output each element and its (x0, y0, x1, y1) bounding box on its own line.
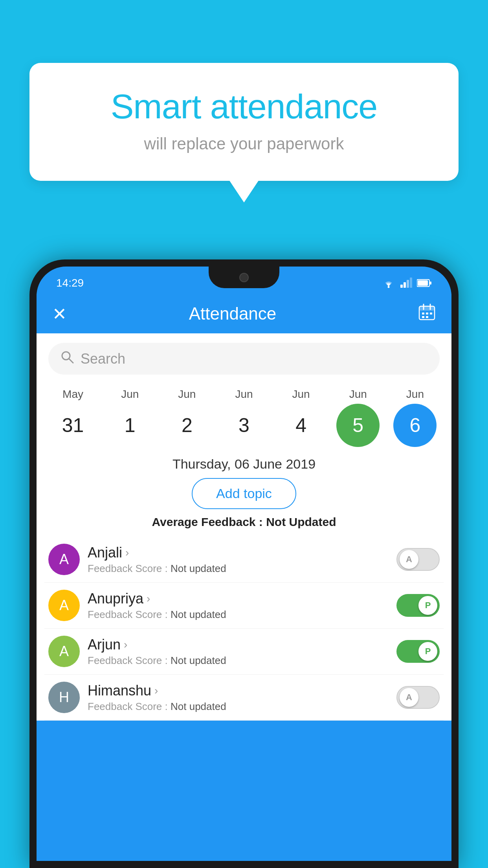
day-4: 4 (279, 404, 323, 447)
feedback-anjali: Feedback Score : Not updated (88, 563, 389, 575)
toggle-anupriya[interactable]: P (396, 594, 440, 617)
status-icons (382, 278, 432, 289)
month-5: Jun (349, 388, 367, 401)
feedback-anupriya: Feedback Score : Not updated (88, 609, 389, 621)
phone-frame: 14:29 (29, 259, 459, 868)
student-list: A Anjali › Feedback Score : Not updated … (37, 537, 451, 721)
date-col-1[interactable]: Jun 1 (106, 388, 154, 447)
notch-camera (239, 273, 249, 282)
date-col-3[interactable]: Jun 3 (220, 388, 268, 447)
speech-bubble-subtitle: will replace your paperwork (61, 134, 427, 153)
avatar-himanshu: H (48, 682, 80, 713)
month-2: Jun (178, 388, 196, 401)
avatar-anupriya: A (48, 590, 80, 621)
student-info-anupriya: Anupriya › Feedback Score : Not updated (88, 590, 389, 621)
svg-rect-12 (422, 313, 424, 314)
date-col-4[interactable]: Jun 4 (277, 388, 325, 447)
day-3: 3 (222, 404, 266, 447)
student-info-anjali: Anjali › Feedback Score : Not updated (88, 544, 389, 575)
avg-feedback-value: Not Updated (266, 515, 336, 528)
calendar-icon[interactable] (418, 303, 436, 324)
day-5: 5 (336, 404, 380, 447)
date-col-2[interactable]: Jun 2 (163, 388, 211, 447)
battery-icon (417, 279, 432, 287)
chevron-anupriya: › (147, 592, 150, 605)
app-bar: ✕ Attendance (37, 294, 451, 333)
feedback-himanshu: Feedback Score : Not updated (88, 701, 389, 713)
student-info-himanshu: Himanshu › Feedback Score : Not updated (88, 682, 389, 713)
average-feedback: Average Feedback : Not Updated (37, 515, 451, 537)
svg-rect-9 (419, 306, 435, 311)
feedback-arjun: Feedback Score : Not updated (88, 655, 389, 667)
day-2: 2 (165, 404, 209, 447)
student-name-arjun: Arjun › (88, 636, 389, 653)
wifi-icon (382, 278, 396, 289)
chevron-anjali: › (125, 546, 129, 559)
toggle-himanshu[interactable]: A (396, 686, 440, 709)
month-3: Jun (235, 388, 253, 401)
avatar-anjali: A (48, 544, 80, 575)
day-6: 6 (393, 404, 437, 447)
day-0: 31 (51, 404, 95, 447)
search-bar[interactable]: Search (48, 343, 440, 375)
search-placeholder: Search (81, 351, 125, 367)
month-0: May (62, 388, 83, 401)
date-col-6[interactable]: Jun 6 (391, 388, 438, 447)
svg-line-18 (69, 359, 73, 363)
date-col-0[interactable]: May 31 (50, 388, 97, 447)
avg-feedback-label: Average Feedback : (152, 515, 262, 528)
student-info-arjun: Arjun › Feedback Score : Not updated (88, 636, 389, 667)
day-1: 1 (108, 404, 152, 447)
svg-point-0 (388, 286, 390, 288)
svg-rect-15 (422, 316, 424, 318)
svg-rect-7 (430, 281, 431, 285)
phone-notch (209, 267, 279, 288)
month-4: Jun (292, 388, 310, 401)
search-icon (60, 350, 74, 368)
status-time: 14:29 (56, 277, 84, 289)
phone-inner: 14:29 (37, 267, 451, 861)
date-strip: May 31 Jun 1 Jun 2 Jun 3 (37, 384, 451, 447)
svg-rect-14 (430, 313, 432, 314)
svg-rect-2 (404, 282, 406, 288)
date-col-5[interactable]: Jun 5 (334, 388, 382, 447)
svg-rect-3 (407, 280, 409, 288)
add-topic-container: Add topic (37, 478, 451, 509)
svg-rect-13 (426, 313, 428, 314)
month-6: Jun (406, 388, 424, 401)
toggle-anjali[interactable]: A (396, 548, 440, 571)
student-item-anjali[interactable]: A Anjali › Feedback Score : Not updated … (44, 537, 444, 583)
signal-icon (400, 278, 412, 289)
app-title: Attendance (47, 304, 418, 324)
student-item-arjun[interactable]: A Arjun › Feedback Score : Not updated P (44, 629, 444, 675)
student-name-anupriya: Anupriya › (88, 590, 389, 607)
svg-rect-6 (418, 280, 428, 286)
selected-date: Thursday, 06 June 2019 (37, 447, 451, 478)
speech-bubble-title: Smart attendance (61, 86, 427, 127)
student-name-anjali: Anjali › (88, 544, 389, 561)
svg-rect-4 (410, 278, 412, 288)
chevron-himanshu: › (154, 684, 158, 697)
chevron-arjun: › (124, 638, 127, 651)
svg-rect-16 (426, 316, 428, 318)
speech-bubble: Smart attendance will replace your paper… (29, 63, 459, 181)
add-topic-button[interactable]: Add topic (192, 478, 296, 509)
student-item-anupriya[interactable]: A Anupriya › Feedback Score : Not update… (44, 583, 444, 629)
month-1: Jun (121, 388, 139, 401)
content-area: Search May 31 Jun 1 Jun 2 (37, 333, 451, 721)
svg-rect-1 (400, 285, 403, 288)
student-item-himanshu[interactable]: H Himanshu › Feedback Score : Not update… (44, 675, 444, 721)
avatar-arjun: A (48, 636, 80, 667)
toggle-arjun[interactable]: P (396, 640, 440, 663)
student-name-himanshu: Himanshu › (88, 682, 389, 699)
